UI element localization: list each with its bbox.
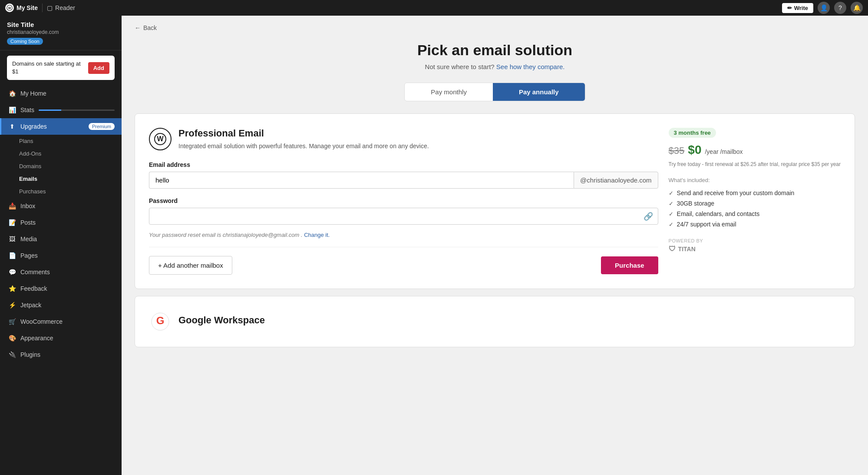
upgrades-badge: Premium [89,123,115,130]
reader-nav[interactable]: ▢ Reader [47,4,75,11]
posts-label: Posts [20,219,36,226]
product-title: Professional Email [178,128,429,139]
email-input-group: @christianaoloyede.com [149,172,658,189]
back-arrow-icon: ← [135,24,141,31]
stats-label: Stats [20,106,34,113]
sidebar-item-posts[interactable]: 📝 Posts [0,214,122,231]
domain-promo: Domains on sale starting at $1 Add [7,56,115,80]
site-info: Site Title christianaoloyede.com Coming … [0,16,122,50]
sidebar-item-plugins[interactable]: 🔌 Plugins [0,346,122,363]
sidebar-item-inbox[interactable]: 📥 Inbox [0,198,122,214]
email-local-input[interactable] [149,172,574,189]
sidebar-item-appearance[interactable]: 🎨 Appearance [0,330,122,346]
sidebar-item-woocommerce[interactable]: 🛒 WooCommerce [0,313,122,330]
nav-divider [42,3,43,12]
appearance-icon: 🎨 [8,334,16,342]
back-label: Back [143,24,157,31]
change-it-link[interactable]: Change it. [304,232,330,238]
top-nav-right: ✏ Write 👤 ? 🔔 [782,2,863,14]
woocommerce-icon: 🛒 [8,318,16,326]
pages-icon: 📄 [8,252,16,259]
email-form: Email address @christianaoloyede.com Pas… [149,161,658,238]
sidebar-item-feedback[interactable]: ⭐ Feedback [0,280,122,297]
password-input-wrap: 🔗 [149,208,658,225]
feedback-icon: ⭐ [8,285,16,292]
comments-label: Comments [20,269,50,276]
page-subtitle: Not sure where to start? See how they co… [135,63,855,70]
my-home-label: My Home [20,90,46,97]
email-address-label: Email address [149,161,658,168]
password-input[interactable] [149,208,658,225]
pay-annually-button[interactable]: Pay annually [493,83,585,101]
sidebar-item-media[interactable]: 🖼 Media [0,231,122,247]
sidebar-item-comments[interactable]: 💬 Comments [0,264,122,280]
domain-promo-text: Domains on sale starting at $1 [12,60,85,76]
domain-add-button[interactable]: Add [88,62,109,74]
help-icon[interactable]: ? [834,2,846,14]
check-icon: ✓ [669,221,673,228]
list-item: ✓Send and receive from your custom domai… [669,188,841,198]
titan-name: TITAN [678,246,696,252]
notifications-icon[interactable]: 🔔 [851,2,863,14]
site-name: Site Title [7,21,115,28]
powered-by-label: POWERED BY [669,238,841,243]
media-icon: 🖼 [8,235,16,243]
purchase-button[interactable]: Purchase [601,256,658,274]
powered-by: POWERED BY 🛡 TITAN [669,238,841,253]
billing-toggle: Pay monthly Pay annually [135,83,855,101]
product-left: W Professional Email Integrated email so… [149,128,658,275]
page-title: Pick an email solution [135,42,855,59]
plugins-icon: 🔌 [8,351,16,359]
pay-monthly-button[interactable]: Pay monthly [405,83,493,101]
compare-link[interactable]: See how they compare. [496,63,565,70]
gws-title: Google Workspace [178,315,265,326]
sidebar-item-upgrades[interactable]: ⬆ Upgrades Premium [0,118,122,135]
billing-toggle-inner: Pay monthly Pay annually [404,83,585,101]
svg-text:G: G [156,315,165,326]
comments-icon: 💬 [8,268,16,276]
sidebar-sub-plans[interactable]: Plans [0,135,122,147]
bar-chart-icon: 📊 [8,106,16,114]
top-nav: W My Site ▢ Reader ✏ Write 👤 ? 🔔 [0,0,868,16]
back-link[interactable]: ← Back [135,24,855,31]
gws-header: G Google Workspace [149,310,841,333]
product-header: W Professional Email Integrated email so… [149,128,658,151]
reader-icon: ▢ [47,4,53,11]
sidebar-item-jetpack[interactable]: ⚡ Jetpack [0,297,122,313]
list-item: ✓24/7 support via email [669,219,841,229]
password-hint: Your password reset email is christianaj… [149,232,658,238]
price-unit: /year /mailbox [705,148,743,155]
list-item: ✓Email, calendars, and contacts [669,209,841,219]
site-brand[interactable]: My Site [17,4,38,11]
product-desc: Integrated email solution with powerful … [178,142,429,151]
sidebar-sub-purchases[interactable]: Purchases [0,185,122,198]
price-current: $0 [688,143,701,157]
titan-logo: 🛡 TITAN [669,245,841,253]
top-nav-left: W My Site ▢ Reader [5,3,779,12]
sidebar-item-pages[interactable]: 📄 Pages [0,247,122,264]
wordpress-logo: W [5,3,14,12]
free-badge: 3 months free [669,128,716,138]
sidebar-item-stats[interactable]: 📊 Stats [0,102,122,118]
password-label: Password [149,197,658,204]
reader-label: Reader [55,4,75,11]
write-button[interactable]: ✏ Write [782,3,813,13]
upgrades-label: Upgrades [20,123,47,130]
media-label: Media [20,236,37,242]
posts-icon: 📝 [8,219,16,226]
inbox-icon: 📥 [8,202,16,210]
sidebar-sub-addons[interactable]: Add-Ons [0,147,122,160]
user-avatar[interactable]: 👤 [818,2,830,14]
plugins-label: Plugins [20,351,40,358]
sidebar: Site Title christianaoloyede.com Coming … [0,16,122,475]
sidebar-sub-emails[interactable]: Emails [0,173,122,185]
svg-text:W: W [8,7,11,10]
price-row: $35 $0 /year /mailbox [669,143,841,157]
email-domain-display: @christianaoloyede.com [574,172,658,189]
sidebar-sub-domains[interactable]: Domains [0,160,122,173]
svg-text:W: W [157,135,164,143]
price-original: $35 [669,145,685,156]
add-mailbox-button[interactable]: + Add another mailbox [149,256,232,275]
password-toggle-icon[interactable]: 🔗 [644,212,653,221]
sidebar-item-my-home[interactable]: 🏠 My Home [0,85,122,102]
